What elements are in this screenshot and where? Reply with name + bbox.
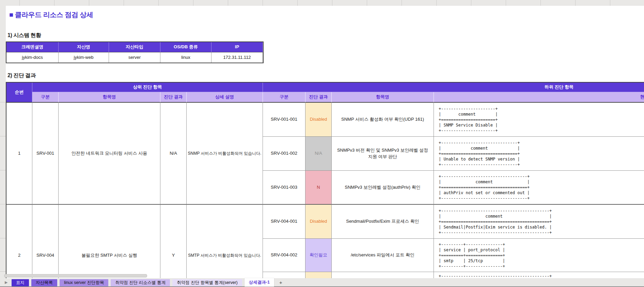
header-ip[interactable]: IP (211, 42, 263, 52)
row-divider (0, 102, 6, 102)
subitem-status[interactable]: +-----------------------------------+ | … (434, 171, 644, 205)
subitem-item[interactable] (332, 272, 434, 279)
subitem-item[interactable]: SNMPv3 보안레벨 설정(authPriv) 확인 (332, 171, 434, 205)
sheet-tab-bar: ▶ 표지 자산목록 linux server 진단항목 취약점 진단 리소스별 … (0, 278, 644, 287)
group-item[interactable]: 안전한 네트워크 모니터링 서비스 사용 (59, 103, 160, 205)
subitem-item[interactable]: /etc/services 파일에서 포트 확인 (332, 239, 434, 272)
cell-os-db[interactable]: linux (160, 52, 211, 63)
subitem-status[interactable]: +---------------------------------------… (434, 272, 644, 279)
cell-asset-type[interactable]: server (109, 52, 160, 63)
cell-ip[interactable]: 172.31.11.112 (211, 52, 263, 63)
header-credential[interactable]: 크레덴셜명 (6, 42, 59, 52)
subitem-item[interactable]: SNMP 서비스 활성화 여부 확인(UDP 161) (332, 103, 434, 137)
group-code[interactable]: SRV-001 (32, 103, 59, 205)
ascii-status-output: +---------+---------------+ | service | … (439, 242, 505, 269)
ascii-status-output: +----------------------+ | comment | +==… (439, 106, 498, 133)
header-lower-status[interactable]: 현황 (434, 92, 644, 103)
header-lower-result[interactable]: 진단 결과 (305, 92, 332, 103)
row-divider (0, 271, 6, 272)
header-upper-result[interactable]: 진단 결과 (160, 92, 187, 103)
tab-vuln-stats-by-item-server[interactable]: 취약점 진단 항목별 통계(server) (172, 279, 242, 286)
header-num[interactable]: 순번 (6, 83, 32, 103)
group-result[interactable]: N/A (160, 103, 187, 205)
header-lower-group[interactable]: 하위 진단 항목 (263, 83, 644, 92)
horizontal-scrollbar-thumb[interactable] (4, 274, 147, 277)
header-upper-category[interactable]: 구분 (32, 92, 59, 103)
ascii-status-output: +-------------------------------+ | comm… (439, 140, 520, 167)
header-asset-type[interactable]: 자산타입 (109, 42, 160, 52)
tab-detail-result-1-active[interactable]: 상세결과-1 (245, 278, 274, 287)
header-upper-item[interactable]: 항목명 (59, 92, 160, 103)
ascii-status-output: +---------------------------------------… (439, 272, 552, 279)
header-lower-item[interactable]: 항목명 (332, 92, 434, 103)
header-lower-category[interactable]: 구분 (263, 92, 305, 103)
header-os-db[interactable]: OS/DB 종류 (160, 42, 211, 52)
diagnosis-section-heading: 2) 진단 결과 (7, 72, 36, 79)
subitem-code[interactable]: SRV-004-001 (263, 205, 305, 239)
ascii-status-output: +---------------------------------------… (439, 208, 552, 235)
cell-credential[interactable]: jykim-docs (6, 52, 59, 63)
cell-asset-name[interactable]: jykim-web (59, 52, 109, 63)
diagnosis-table: 순번 상위 진단 항목 하위 진단 항목 구분 항목명 진단 결과 상세 설명 … (6, 82, 644, 279)
row-divider (0, 136, 6, 136)
subitem-result-badge[interactable]: N/A (305, 137, 332, 171)
column-header-strip (0, 0, 644, 6)
row-divider (0, 170, 6, 170)
sheet-tabs: 표지 자산목록 linux server 진단항목 취약점 진단 리소스별 통계… (12, 279, 285, 287)
subitem-result-badge[interactable]: Disabled (305, 205, 332, 239)
subitem-code[interactable]: SRV-004-002 (263, 239, 305, 272)
group-num[interactable]: 2 (6, 205, 32, 279)
subitem-result-badge[interactable] (305, 272, 332, 279)
group-detail[interactable]: SNMP 서비스가 비활성화되어 있습니다. (187, 103, 263, 205)
header-upper-group[interactable]: 상위 진단 항목 (32, 83, 263, 92)
subitem-code[interactable]: SRV-001-002 (263, 137, 305, 171)
subitem-item[interactable]: SNMPv3 버전 확인 및 SNMPv3 보안레벨 설정 지원 여부 판단 (332, 137, 434, 171)
row-header-gutter (0, 6, 6, 278)
page-title: ■ 클라우드 리소스 점검 상세 (9, 10, 93, 19)
tab-vuln-stats-by-resource[interactable]: 취약점 진단 리소스별 통계 (111, 279, 170, 286)
ascii-status-output: +-----------------------------------+ | … (439, 174, 530, 201)
row-divider (0, 204, 6, 204)
system-info-table: 크레덴셜명 자산명 자산타입 OS/DB 종류 IP jykim-docs jy… (6, 41, 264, 63)
group-num[interactable]: 1 (6, 103, 32, 205)
subitem-status[interactable]: +---------------------------------------… (434, 205, 644, 239)
system-section-heading: 1) 시스템 현황 (7, 32, 41, 39)
group-result[interactable]: Y (160, 205, 187, 279)
subitem-result-badge[interactable]: 확인필요 (305, 239, 332, 272)
header-upper-detail[interactable]: 상세 설명 (187, 92, 263, 103)
tab-cover[interactable]: 표지 (12, 279, 29, 286)
sheet-nav-arrow-icon[interactable]: ▶ (5, 280, 7, 285)
subitem-result-badge[interactable]: Disabled (305, 103, 332, 137)
subitem-code[interactable] (263, 272, 305, 279)
subitem-code[interactable]: SRV-001-003 (263, 171, 305, 205)
header-asset-name[interactable]: 자산명 (59, 42, 109, 52)
group-item[interactable]: 불필요한 SMTP 서비스 실행 (59, 205, 160, 279)
tab-linux-server-items[interactable]: linux server 진단항목 (60, 279, 108, 286)
subitem-status[interactable]: +----------------------+ | comment | +==… (434, 103, 644, 137)
subitem-status[interactable]: +-------------------------------+ | comm… (434, 137, 644, 171)
row-divider (0, 238, 6, 238)
subitem-status[interactable]: +---------+---------------+ | service | … (434, 239, 644, 272)
group-detail[interactable]: SMTP 서비스가 비활성화되어 있습니다. (187, 205, 263, 279)
subitem-result-badge[interactable]: N (305, 171, 332, 205)
subitem-code[interactable]: SRV-001-001 (263, 103, 305, 137)
group-code[interactable]: SRV-004 (32, 205, 59, 279)
add-sheet-button[interactable]: + (277, 279, 285, 286)
tab-asset-list[interactable]: 자산목록 (31, 279, 57, 286)
subitem-item[interactable]: Sendmail/Postfix/Exim 프로세스 확인 (332, 205, 434, 239)
